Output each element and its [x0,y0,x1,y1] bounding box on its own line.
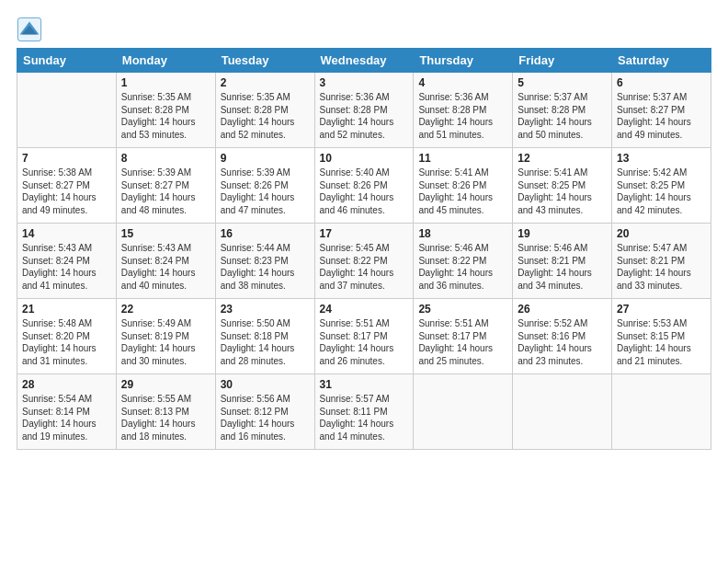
day-number: 18 [418,227,507,240]
calendar-day-cell: 21Sunrise: 5:48 AM Sunset: 8:20 PM Dayli… [17,299,117,374]
calendar-day-cell: 8Sunrise: 5:39 AM Sunset: 8:27 PM Daylig… [116,148,215,224]
day-info: Sunrise: 5:43 AM Sunset: 8:24 PM Dayligh… [22,242,111,292]
day-number: 30 [221,378,310,391]
calendar-body: 1Sunrise: 5:35 AM Sunset: 8:28 PM Daylig… [17,73,711,450]
day-info: Sunrise: 5:45 AM Sunset: 8:22 PM Dayligh… [320,242,409,292]
calendar-day-cell: 10Sunrise: 5:40 AM Sunset: 8:26 PM Dayli… [314,148,414,224]
logo-icon [17,17,42,42]
day-info: Sunrise: 5:51 AM Sunset: 8:17 PM Dayligh… [320,317,409,367]
day-number: 19 [518,227,607,240]
day-info: Sunrise: 5:40 AM Sunset: 8:26 PM Dayligh… [320,167,409,216]
day-info: Sunrise: 5:46 AM Sunset: 8:21 PM Dayligh… [518,242,607,292]
calendar-day-cell: 17Sunrise: 5:45 AM Sunset: 8:22 PM Dayli… [314,224,414,299]
weekday-header: Monday [116,49,215,73]
day-number: 5 [518,76,607,89]
day-number: 4 [418,76,507,89]
weekday-row: SundayMondayTuesdayWednesdayThursdayFrid… [17,49,711,73]
day-info: Sunrise: 5:41 AM Sunset: 8:26 PM Dayligh… [418,167,507,216]
day-number: 24 [320,303,409,316]
calendar-day-cell [414,374,513,450]
day-info: Sunrise: 5:49 AM Sunset: 8:19 PM Dayligh… [121,317,210,367]
day-info: Sunrise: 5:39 AM Sunset: 8:26 PM Dayligh… [221,167,310,216]
day-number: 16 [221,227,310,240]
calendar-day-cell: 22Sunrise: 5:49 AM Sunset: 8:19 PM Dayli… [116,299,215,374]
day-number: 2 [221,76,310,89]
day-info: Sunrise: 5:39 AM Sunset: 8:27 PM Dayligh… [121,167,210,216]
day-info: Sunrise: 5:48 AM Sunset: 8:20 PM Dayligh… [22,317,111,367]
day-info: Sunrise: 5:43 AM Sunset: 8:24 PM Dayligh… [121,242,210,292]
calendar-day-cell: 11Sunrise: 5:41 AM Sunset: 8:26 PM Dayli… [414,148,513,224]
day-number: 13 [617,152,706,165]
day-number: 20 [617,227,706,240]
day-info: Sunrise: 5:35 AM Sunset: 8:28 PM Dayligh… [121,91,210,141]
day-number: 29 [121,378,210,391]
calendar-day-cell [513,374,612,450]
calendar-day-cell: 15Sunrise: 5:43 AM Sunset: 8:24 PM Dayli… [116,224,215,299]
calendar-day-cell: 14Sunrise: 5:43 AM Sunset: 8:24 PM Dayli… [17,224,117,299]
day-number: 10 [320,152,409,165]
calendar-day-cell: 5Sunrise: 5:37 AM Sunset: 8:28 PM Daylig… [513,73,612,148]
day-info: Sunrise: 5:54 AM Sunset: 8:14 PM Dayligh… [22,393,111,442]
day-number: 14 [22,227,111,240]
day-info: Sunrise: 5:37 AM Sunset: 8:28 PM Dayligh… [518,91,607,141]
calendar-day-cell: 12Sunrise: 5:41 AM Sunset: 8:25 PM Dayli… [513,148,612,224]
day-info: Sunrise: 5:36 AM Sunset: 8:28 PM Dayligh… [320,91,409,141]
day-info: Sunrise: 5:51 AM Sunset: 8:17 PM Dayligh… [418,317,507,367]
calendar-day-cell: 30Sunrise: 5:56 AM Sunset: 8:12 PM Dayli… [215,374,314,450]
day-info: Sunrise: 5:38 AM Sunset: 8:27 PM Dayligh… [22,167,111,216]
day-number: 6 [617,76,706,89]
day-number: 3 [320,76,409,89]
calendar-day-cell: 20Sunrise: 5:47 AM Sunset: 8:21 PM Dayli… [612,224,711,299]
calendar-day-cell [17,73,117,148]
weekday-header: Thursday [414,49,513,73]
calendar-week-row: 14Sunrise: 5:43 AM Sunset: 8:24 PM Dayli… [17,224,711,299]
day-number: 17 [320,227,409,240]
calendar-day-cell [612,374,711,450]
calendar-day-cell: 4Sunrise: 5:36 AM Sunset: 8:28 PM Daylig… [414,73,513,148]
day-info: Sunrise: 5:46 AM Sunset: 8:22 PM Dayligh… [418,242,507,292]
day-number: 12 [518,152,607,165]
day-info: Sunrise: 5:55 AM Sunset: 8:13 PM Dayligh… [121,393,210,442]
weekday-header: Wednesday [314,49,414,73]
calendar-day-cell: 13Sunrise: 5:42 AM Sunset: 8:25 PM Dayli… [612,148,711,224]
calendar-day-cell: 27Sunrise: 5:53 AM Sunset: 8:15 PM Dayli… [612,299,711,374]
weekday-header: Sunday [17,49,117,73]
calendar-day-cell: 1Sunrise: 5:35 AM Sunset: 8:28 PM Daylig… [116,73,215,148]
calendar-day-cell: 3Sunrise: 5:36 AM Sunset: 8:28 PM Daylig… [314,73,414,148]
calendar-week-row: 7Sunrise: 5:38 AM Sunset: 8:27 PM Daylig… [17,148,711,224]
day-info: Sunrise: 5:52 AM Sunset: 8:16 PM Dayligh… [518,317,607,367]
day-number: 7 [22,152,111,165]
weekday-header: Saturday [612,49,711,73]
calendar-day-cell: 31Sunrise: 5:57 AM Sunset: 8:11 PM Dayli… [314,374,414,450]
calendar-day-cell: 24Sunrise: 5:51 AM Sunset: 8:17 PM Dayli… [314,299,414,374]
calendar-week-row: 1Sunrise: 5:35 AM Sunset: 8:28 PM Daylig… [17,73,711,148]
day-number: 9 [221,152,310,165]
calendar-day-cell: 16Sunrise: 5:44 AM Sunset: 8:23 PM Dayli… [215,224,314,299]
calendar-day-cell: 6Sunrise: 5:37 AM Sunset: 8:27 PM Daylig… [612,73,711,148]
day-number: 25 [418,303,507,316]
calendar-day-cell: 2Sunrise: 5:35 AM Sunset: 8:28 PM Daylig… [215,73,314,148]
page: SundayMondayTuesdayWednesdayThursdayFrid… [0,0,728,459]
calendar-day-cell: 23Sunrise: 5:50 AM Sunset: 8:18 PM Dayli… [215,299,314,374]
day-info: Sunrise: 5:53 AM Sunset: 8:15 PM Dayligh… [617,317,706,367]
calendar-day-cell: 9Sunrise: 5:39 AM Sunset: 8:26 PM Daylig… [215,148,314,224]
calendar-day-cell: 25Sunrise: 5:51 AM Sunset: 8:17 PM Dayli… [414,299,513,374]
day-number: 26 [518,303,607,316]
day-info: Sunrise: 5:37 AM Sunset: 8:27 PM Dayligh… [617,91,706,141]
day-number: 31 [320,378,409,391]
day-info: Sunrise: 5:44 AM Sunset: 8:23 PM Dayligh… [221,242,310,292]
day-number: 23 [221,303,310,316]
day-number: 11 [418,152,507,165]
weekday-header: Friday [513,49,612,73]
header [17,17,711,42]
calendar-day-cell: 26Sunrise: 5:52 AM Sunset: 8:16 PM Dayli… [513,299,612,374]
day-number: 15 [121,227,210,240]
calendar-week-row: 21Sunrise: 5:48 AM Sunset: 8:20 PM Dayli… [17,299,711,374]
calendar-header: SundayMondayTuesdayWednesdayThursdayFrid… [17,49,711,73]
calendar-day-cell: 18Sunrise: 5:46 AM Sunset: 8:22 PM Dayli… [414,224,513,299]
day-info: Sunrise: 5:57 AM Sunset: 8:11 PM Dayligh… [320,393,409,442]
day-number: 22 [121,303,210,316]
day-info: Sunrise: 5:50 AM Sunset: 8:18 PM Dayligh… [221,317,310,367]
day-info: Sunrise: 5:41 AM Sunset: 8:25 PM Dayligh… [518,167,607,216]
calendar-week-row: 28Sunrise: 5:54 AM Sunset: 8:14 PM Dayli… [17,374,711,450]
